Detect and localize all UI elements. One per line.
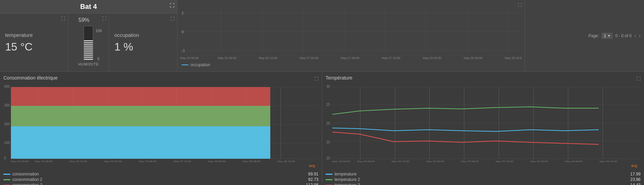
legend-label-temp2: temperature 2 [334,177,360,182]
legend-label-conso1: consommation [12,172,39,176]
svg-text:May 26 16:00: May 26 16:00 [259,56,277,60]
legend-value-conso2: 92.73 [308,177,318,182]
expand-icon-conso[interactable]: ⛶ [314,76,318,81]
svg-text:0: 0 [4,156,6,160]
expand-icon-bat4[interactable]: ⛶ [170,3,174,8]
humidity-title: HUMIDITE [78,62,99,66]
svg-rect-44 [11,126,270,159]
humidity-fill [84,40,93,60]
expand-icon-humidity[interactable]: ⛶ [102,16,106,21]
expand-icon-occ[interactable]: ⛶ [170,16,174,21]
conso-legend: consommation 89.91 consommation 2 92.73 … [3,172,318,185]
svg-text:May 28 16:00: May 28 16:00 [505,56,522,60]
svg-text:-1: -1 [182,48,185,53]
humidity-bar [84,26,93,60]
svg-text:May 27 00:00: May 27 00:00 [104,160,122,162]
temperature-chart-panel: Température ⛶ 30 25 20 15 10 [322,72,644,185]
legend-item-temp1: temperature 17.99 [326,172,641,176]
svg-text:May 26 00:00: May 26 00:00 [11,160,29,162]
svg-text:0: 0 [182,30,184,34]
temperature-chart-title: Température [326,75,353,81]
occupation-chart-panel: ⛶ 1 0 -1 May 26 00:00 May 26 08:00 May 2… [177,0,525,71]
right-info-panel: Page: 1 ▼ 0 - 0 of 0 ‹ › [525,0,644,71]
svg-text:May 27 00:00: May 27 00:00 [300,56,318,60]
svg-text:May 27 08:00: May 27 08:00 [461,160,479,162]
legend-item-temp2: temperature 2 23.86 [326,177,641,182]
expand-icon-occ-chart[interactable]: ⛶ [518,3,522,8]
occupation-label: occupation [114,32,172,38]
legend-item-conso1: consommation 89.91 [3,172,318,176]
occupation-legend: occupation [182,62,210,67]
svg-text:May 28 08:00: May 28 08:00 [565,160,583,162]
temperature-panel: ⛶ temperature 15 °C [0,14,68,71]
temp-avg-label: avg [631,163,637,168]
expand-icon-temp-chart[interactable]: ⛶ [636,76,641,81]
legend-value-conso1: 89.91 [308,172,318,176]
svg-text:25: 25 [326,103,330,106]
consommation-chart-title: Consommation électrique [3,75,58,81]
svg-text:May 28 00:00: May 28 00:00 [423,56,442,60]
temperature-chart-svg: 30 25 20 15 10 [326,84,641,162]
svg-text:May 28 08:00: May 28 08:00 [243,160,260,162]
svg-text:May 28 16:00: May 28 16:00 [600,160,617,162]
svg-text:15: 15 [326,140,330,144]
legend-item-conso2: consommation 2 92.73 [3,177,318,182]
bottom-section: Consommation électrique ⛶ 400 300 200 10… [0,72,644,185]
legend-value-temp1: 17.99 [630,172,641,176]
legend-label-temp3: temperature 3 [334,183,360,185]
legend-label-temp1: temperature [334,172,357,176]
humidity-max-label: 100 [96,29,102,33]
svg-text:May 26 16:00: May 26 16:00 [392,160,410,162]
expand-icon-temp[interactable]: ⛶ [61,16,65,21]
humidity-panel: 59% ⛶ 100 0 HUMIDITE [68,14,109,71]
svg-text:300: 300 [4,103,10,107]
occupation-value: 1 % [114,41,172,53]
temperature-value: 15 °C [5,41,63,53]
svg-text:May 28 00:00: May 28 00:00 [208,160,226,162]
svg-text:May 28 16:00: May 28 16:00 [277,160,295,162]
svg-text:May 27 08:00: May 27 08:00 [139,160,157,162]
svg-text:May 26 00:00: May 26 00:00 [180,56,199,60]
legend-color-conso2 [3,179,10,180]
prev-page-button[interactable]: ‹ [634,33,636,39]
svg-text:200: 200 [4,122,10,126]
metric-panels: ⛶ temperature 15 °C 59% ⛶ 100 0 HUMIDITE [0,14,177,71]
svg-text:May 27 16:00: May 27 16:00 [173,160,191,162]
humidity-bar-container: 100 0 HUMIDITE [78,26,99,66]
temperature-label: temperature [5,32,63,38]
svg-text:May 26 00:00: May 26 00:00 [332,160,350,162]
conso-avg-label: avg [309,163,315,168]
consommation-chart-svg: 400 300 200 100 0 [3,84,318,162]
page-controls: Page: 1 ▼ 0 - 0 of 0 ‹ › [588,33,641,39]
svg-text:May 27 00:00: May 27 00:00 [426,160,444,162]
occupation-legend-line [182,65,188,65]
occupation-chart-svg: 1 0 -1 May 26 00:00 May 26 08:00 May 26 … [180,3,522,61]
legend-label-conso2: consommation 2 [12,177,42,182]
occupation-legend-label: occupation [190,62,210,67]
svg-text:20: 20 [326,122,330,125]
humidity-pct: 59% [78,17,89,23]
bat4-header: Bat 4 ⛶ [0,0,177,14]
legend-item-temp3: temperature 3 14.43 [326,183,641,185]
humidity-min-label: 0 [97,57,99,61]
consommation-chart-panel: Consommation électrique ⛶ 400 300 200 10… [0,72,322,185]
legend-label-conso3: consommation 3 [12,183,42,185]
svg-text:May 26 08:00: May 26 08:00 [357,160,375,162]
svg-text:May 27 16:00: May 27 16:00 [382,56,401,60]
svg-text:100: 100 [4,141,10,145]
page-label: Page: [588,33,599,38]
page-range: 0 - 0 of 0 [615,33,631,38]
svg-text:10: 10 [326,156,330,160]
legend-value-conso3: 112.98 [306,183,318,185]
svg-text:May 27 16:00: May 27 16:00 [496,160,513,162]
svg-text:May 27 08:00: May 27 08:00 [341,56,359,60]
page-number[interactable]: 1 ▼ [602,33,613,39]
left-panels: Bat 4 ⛶ ⛶ temperature 15 °C 59% ⛶ [0,0,177,71]
legend-color-temp2 [326,179,332,180]
occupation-panel: ⛶ occupation 1 % [109,14,177,71]
svg-text:May 28 08:00: May 28 08:00 [464,56,483,60]
next-page-button[interactable]: › [639,33,641,39]
svg-text:30: 30 [326,85,330,88]
legend-color-conso1 [3,174,10,175]
svg-text:May 26 08:00: May 26 08:00 [218,56,237,60]
